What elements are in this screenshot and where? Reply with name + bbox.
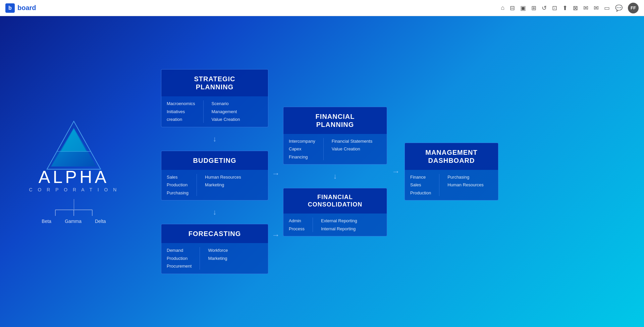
arrow-down-fp: ↓ — [283, 171, 387, 181]
board-logo-b[interactable]: b — [5, 3, 15, 13]
mail2-icon[interactable]: ✉ — [594, 4, 599, 12]
strategic-item-3: creation — [167, 116, 195, 123]
budgeting-col2: Human Resources Marketing — [205, 174, 241, 196]
logo-section: ALPHA C O R P O R A T I O N Beta Gamma D… — [0, 106, 148, 237]
fp-item-5: Value Creation — [332, 146, 372, 152]
h-arrow-1-2: → → — [268, 113, 283, 240]
fc-item-2: Process — [289, 226, 305, 232]
mail-icon[interactable]: ✉ — [583, 4, 588, 12]
column-2: FINANCIALPLANNING Intercompany Capex Fin… — [283, 107, 387, 237]
screen-icon[interactable]: ⊡ — [552, 4, 557, 12]
diagram-section: STRATEGICPLANNING Macroenomics Initiativ… — [148, 59, 644, 284]
budgeting-item-3: Purchasing — [167, 190, 189, 196]
cancel-icon[interactable]: ⊠ — [573, 4, 578, 12]
management-dashboard-content: Finance Sales Production Purchasing Huma… — [405, 170, 498, 200]
divider — [203, 100, 204, 123]
forecasting-col1: Demand Production Procurement — [167, 247, 192, 270]
financial-consolidation-title: FINANCIALCONSOLIDATION — [290, 194, 380, 208]
management-dashboard-box[interactable]: MANAGEMENTDASHBOARD Finance Sales Produc… — [405, 143, 498, 201]
md-col2: Purchasing Human Resources — [447, 174, 484, 196]
forecasting-title: FORECASTING — [168, 230, 261, 238]
user-avatar[interactable]: FF — [628, 3, 639, 13]
rect-icon[interactable]: ▭ — [604, 4, 610, 12]
home-icon[interactable]: ⌂ — [501, 4, 504, 11]
subsidiary-names: Beta Gamma Delta — [42, 219, 106, 224]
budgeting-col1: Sales Production Purchasing — [167, 174, 189, 196]
arrow-right-management: → — [392, 167, 400, 176]
strategic-planning-content: Macroenomics Initiatives creation Scenar… — [161, 96, 268, 127]
financial-planning-title: FINANCIALPLANNING — [290, 112, 380, 129]
h-arrow-2-3: → — [387, 167, 405, 176]
fp-item-2: Capex — [289, 146, 315, 152]
forecasting-item-4: Workforce — [208, 247, 228, 254]
financial-planning-content: Intercompany Capex Financing Financial S… — [283, 134, 387, 165]
budgeting-header: BUDGETING — [161, 151, 268, 170]
budgeting-item-2: Production — [167, 182, 189, 188]
fc-col2: External Reporting Internal Reporting — [321, 218, 357, 232]
divider — [439, 174, 439, 196]
strategic-planning-title: STRATEGICPLANNING — [168, 75, 261, 91]
export-icon[interactable]: ⬆ — [562, 4, 568, 12]
md-item-4: Purchasing — [447, 174, 484, 181]
financial-planning-box[interactable]: FINANCIALPLANNING Intercompany Capex Fin… — [283, 107, 387, 165]
subsidiaries-tree: Beta Gamma Delta — [37, 199, 111, 224]
forecasting-content: Demand Production Procurement Workforce … — [161, 243, 268, 274]
top-navigation: b board ⌂ ⊟ ▣ ⊞ ↺ ⊡ ⬆ ⊠ ✉ ✉ ▭ 💬 FF — [0, 0, 644, 16]
forecasting-header: FORECASTING — [161, 224, 268, 243]
panels-icon[interactable]: ▣ — [520, 4, 526, 12]
alpha-logo-text: ALPHA — [39, 168, 109, 186]
column-1: STRATEGICPLANNING Macroenomics Initiativ… — [161, 69, 268, 274]
forecasting-item-5: Marketing — [208, 255, 228, 262]
divider — [197, 174, 197, 196]
financial-consolidation-box[interactable]: FINANCIALCONSOLIDATION Admin Process Ext… — [283, 188, 387, 236]
arrow-right-budgeting: → — [272, 169, 280, 178]
budgeting-box[interactable]: BUDGETING Sales Production Purchasing Hu… — [161, 151, 268, 201]
budgeting-item-1: Sales — [167, 174, 189, 181]
subsidiary-gamma: Gamma — [65, 219, 82, 224]
fc-item-1: Admin — [289, 218, 305, 224]
avatar-initials: FF — [631, 5, 636, 10]
fp-col1: Intercompany Capex Financing — [289, 138, 315, 160]
undo-icon[interactable]: ↺ — [542, 4, 547, 12]
alpha-triangle-logo — [44, 120, 104, 172]
strategic-planning-header: STRATEGICPLANNING — [161, 69, 268, 96]
alpha-word: ALPHA — [39, 167, 109, 187]
strategic-item-2: Initiatives — [167, 108, 195, 115]
chat-icon[interactable]: 💬 — [615, 4, 623, 12]
strategic-item-6: Value Creation — [212, 116, 240, 123]
strategic-col1: Macroenomics Initiatives creation — [167, 100, 195, 123]
column-3: MANAGEMENTDASHBOARD Finance Sales Produc… — [405, 143, 498, 201]
financial-planning-header: FINANCIALPLANNING — [283, 107, 387, 134]
forecasting-box[interactable]: FORECASTING Demand Production Procuremen… — [161, 224, 268, 274]
budgeting-item-4: Human Resources — [205, 174, 241, 181]
md-item-3: Production — [410, 190, 431, 196]
nav-icons-group: ⌂ ⊟ ▣ ⊞ ↺ ⊡ ⬆ ⊠ ✉ ✉ ▭ 💬 FF — [501, 3, 639, 13]
fc-item-3: External Reporting — [321, 218, 357, 224]
tree-horizontal-lines — [37, 209, 111, 216]
budgeting-content: Sales Production Purchasing Human Resour… — [161, 170, 268, 200]
strategic-col2: Scenario Management Value Creation — [212, 100, 240, 123]
divider — [313, 218, 313, 232]
strategic-item-1: Macroenomics — [167, 100, 195, 107]
forecasting-item-1: Demand — [167, 247, 192, 254]
svg-marker-3 — [61, 129, 87, 151]
financial-consolidation-content: Admin Process External Reporting Interna… — [283, 214, 387, 236]
strategic-item-5: Management — [212, 108, 240, 115]
table-icon[interactable]: ⊞ — [531, 4, 536, 12]
md-item-5: Human Resources — [447, 182, 484, 188]
management-dashboard-title: MANAGEMENTDASHBOARD — [412, 148, 491, 165]
md-col1: Finance Sales Production — [410, 174, 431, 196]
budgeting-item-5: Marketing — [205, 182, 241, 188]
fp-item-4: Financial Statements — [332, 138, 372, 145]
subsidiary-delta: Delta — [95, 219, 106, 224]
forecasting-item-2: Production — [167, 255, 192, 262]
md-item-2: Sales — [410, 182, 431, 188]
fc-item-4: Internal Reporting — [321, 226, 357, 232]
divider — [323, 138, 324, 160]
grid-icon[interactable]: ⊟ — [510, 4, 515, 12]
corporation-text: C O R P O R A T I O N — [29, 187, 119, 192]
budgeting-title: BUDGETING — [168, 156, 261, 165]
arrow-down-2: ↓ — [161, 207, 268, 217]
subsidiary-beta: Beta — [42, 219, 51, 224]
strategic-planning-box[interactable]: STRATEGICPLANNING Macroenomics Initiativ… — [161, 69, 268, 127]
